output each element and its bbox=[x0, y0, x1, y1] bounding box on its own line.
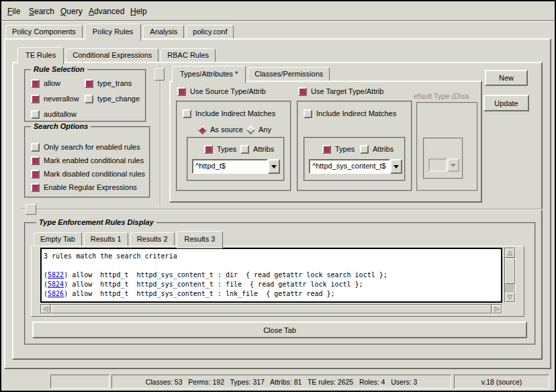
update-button[interactable]: Update bbox=[483, 95, 529, 111]
tab-policy-rules[interactable]: Policy Rules bbox=[85, 23, 142, 41]
tab-conditional-expressions[interactable]: Conditional Expressions bbox=[66, 48, 158, 62]
tab-label: policy.conf bbox=[193, 28, 227, 36]
checkbox-target-attribs[interactable]: Attribs bbox=[360, 144, 393, 154]
rule-link-5824[interactable]: 5824 bbox=[48, 281, 64, 288]
pane-sash-vertical[interactable] bbox=[160, 65, 161, 205]
checkbox-indicator bbox=[183, 109, 191, 118]
checkbox-label: Attribs bbox=[373, 145, 393, 153]
checkbox-use-source-type[interactable]: Use Source Type/Attrib bbox=[177, 87, 266, 96]
radio-any[interactable]: Any bbox=[247, 125, 271, 134]
tab-label: Types/Attributes * bbox=[180, 70, 238, 78]
checkbox-indicator bbox=[177, 87, 186, 96]
results-text-area[interactable]: 3 rules match the search criteria (5822)… bbox=[40, 248, 502, 303]
scroll-left-button[interactable] bbox=[41, 305, 50, 313]
tab-label: Policy Rules bbox=[93, 28, 134, 36]
horizontal-scrollbar[interactable] bbox=[40, 304, 502, 314]
menu-item-help[interactable]: Help bbox=[130, 7, 147, 16]
target-type-entry[interactable]: ^httpd_sys_content_t$ bbox=[309, 159, 390, 174]
new-button[interactable]: New bbox=[485, 70, 528, 86]
checkbox-source-types[interactable]: Types bbox=[204, 144, 236, 154]
button-label: New bbox=[499, 74, 514, 82]
pane-sash-horizontal-handle[interactable] bbox=[26, 204, 36, 215]
checkbox-indicator bbox=[31, 95, 40, 103]
vertical-scrollbar[interactable] bbox=[504, 248, 516, 303]
close-tab-button[interactable]: Close Tab bbox=[32, 322, 527, 338]
tab-policy-conf[interactable]: policy.conf bbox=[186, 25, 234, 38]
checkbox-label: allow bbox=[44, 79, 60, 87]
tab-analysis[interactable]: Analysis bbox=[143, 25, 184, 38]
checkbox-source-attribs[interactable]: Attribs bbox=[240, 144, 274, 154]
menu-item-file[interactable]: File bbox=[7, 7, 20, 16]
source-type-dropdown-button[interactable] bbox=[268, 159, 280, 174]
checkbox-include-indirect-target[interactable]: Include Indirect Matches bbox=[304, 109, 396, 118]
tab-te-rules[interactable]: TE Rules bbox=[17, 47, 64, 64]
tab-policy-components[interactable]: Policy Components bbox=[5, 25, 83, 38]
checkbox-target-types[interactable]: Types bbox=[322, 144, 355, 154]
checkbox-use-target-type[interactable]: Use Target Type/Attrib bbox=[298, 87, 383, 96]
checkbox-only-enabled-rules[interactable]: Only search for enabled rules bbox=[31, 142, 140, 152]
scroll-up-button[interactable] bbox=[505, 248, 515, 258]
pane-sash-horizontal[interactable] bbox=[20, 209, 543, 210]
checkbox-indicator bbox=[31, 143, 40, 152]
checkbox-allow[interactable]: allow bbox=[31, 79, 60, 88]
rule-selection-group: Rule Selection allow type_trans neverall… bbox=[24, 69, 146, 122]
checkbox-label: auditallow bbox=[44, 110, 77, 118]
target-type-dropdown-button[interactable] bbox=[390, 159, 402, 174]
menu-item-advanced[interactable]: Advanced bbox=[89, 7, 124, 16]
checkbox-mark-enabled-conditional[interactable]: Mark enabled conditional rules bbox=[31, 156, 144, 165]
blank-line bbox=[44, 261, 499, 271]
checkbox-indicator bbox=[31, 110, 40, 119]
tab-results-3[interactable]: Results 3 bbox=[177, 231, 224, 248]
vertical-scrollbar-thumb[interactable] bbox=[505, 258, 515, 284]
status-stats: Classes: 53 Perms: 192 Types: 317 Attrib… bbox=[111, 375, 451, 389]
checkbox-auditallow[interactable]: auditallow bbox=[31, 109, 77, 119]
button-label: Close Tab bbox=[263, 326, 296, 334]
scroll-down-button[interactable] bbox=[505, 293, 515, 302]
menubar-separator bbox=[1, 20, 555, 21]
group-title: Search Options bbox=[31, 122, 91, 130]
radio-label: Any bbox=[259, 126, 271, 134]
horizontal-scrollbar-thumb[interactable] bbox=[51, 305, 492, 313]
tab-classes-permissions[interactable]: Classes/Permissions bbox=[248, 67, 330, 81]
rule-link-5822[interactable]: 5822 bbox=[48, 271, 64, 279]
tab-types-attributes[interactable]: Types/Attributes * bbox=[172, 66, 246, 83]
default-type-combobox bbox=[428, 158, 459, 172]
combobox-value: ^httpd_t$ bbox=[195, 162, 226, 170]
checkbox-mark-disabled-conditional[interactable]: Mark disabled conditional rules bbox=[31, 169, 145, 179]
checkbox-indicator bbox=[204, 145, 213, 154]
tab-label: Results 3 bbox=[185, 235, 216, 243]
tab-empty-tab[interactable]: Empty Tab bbox=[34, 232, 82, 246]
default-type-label: efault Type (Disa bbox=[414, 92, 478, 101]
menubar: File Search Query Advanced Help bbox=[0, 0, 556, 21]
checkbox-label: Types bbox=[335, 145, 355, 153]
radio-label: As source bbox=[210, 126, 243, 134]
default-type-inner-frame bbox=[423, 138, 463, 179]
checkbox-neverallow[interactable]: neverallow bbox=[31, 94, 79, 103]
arrow-up-icon bbox=[507, 250, 513, 256]
menu-item-query[interactable]: Query bbox=[60, 7, 83, 16]
target-types-frame: Types Attribs ^httpd_sys_content_t$ bbox=[304, 137, 406, 181]
group-title: Rule Selection bbox=[31, 65, 87, 73]
checkbox-label: Include Indirect Matches bbox=[195, 109, 275, 117]
checkbox-label: Use Source Type/Attrib bbox=[190, 87, 266, 95]
tab-rbac-rules[interactable]: RBAC Rules bbox=[160, 48, 216, 62]
checkbox-include-indirect-source[interactable]: Include Indirect Matches bbox=[183, 109, 275, 118]
tab-results-2[interactable]: Results 2 bbox=[130, 232, 175, 246]
menu-item-search[interactable]: Search bbox=[29, 7, 54, 16]
pane-sash-vertical-handle[interactable] bbox=[154, 68, 165, 81]
checkbox-indicator bbox=[360, 145, 369, 154]
radio-as-source[interactable]: As source bbox=[199, 125, 243, 134]
checkbox-indicator bbox=[304, 109, 312, 118]
checkbox-enable-regex[interactable]: Enable Regular Expressions bbox=[31, 183, 137, 192]
rule-link-5826[interactable]: 5826 bbox=[48, 290, 64, 297]
scroll-right-button[interactable] bbox=[492, 305, 502, 313]
checkbox-type-change[interactable]: type_change bbox=[85, 94, 140, 103]
checkbox-type-trans[interactable]: type_trans bbox=[85, 79, 132, 88]
main-tabbar: Policy Components Policy Rules Analysis … bbox=[5, 23, 236, 38]
rule-line: (5826) allow httpd_t httpd_sys_content_t… bbox=[44, 289, 499, 299]
tab-results-1[interactable]: Results 1 bbox=[84, 232, 128, 246]
status-version: v.18 (source) bbox=[454, 375, 549, 389]
source-type-entry[interactable]: ^httpd_t$ bbox=[192, 159, 268, 174]
checkbox-indicator bbox=[31, 183, 40, 192]
rules-tabbar: TE Rules Conditional Expressions RBAC Ru… bbox=[17, 47, 218, 62]
